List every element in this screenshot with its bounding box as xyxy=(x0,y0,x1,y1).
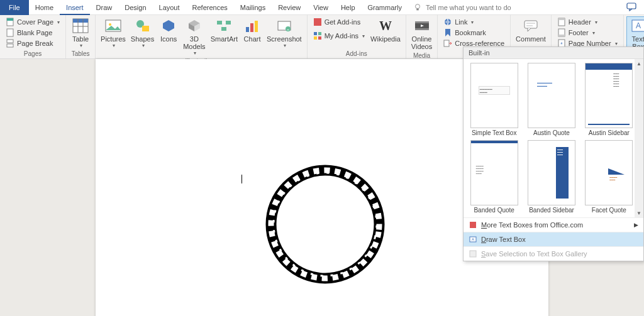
dropdown-section-builtin: Built-in xyxy=(464,47,643,59)
draw-text-box-item[interactable]: A Draw Text Box xyxy=(464,232,643,246)
shapes-button[interactable]: Shapes▾ xyxy=(128,16,157,50)
video-icon xyxy=(413,18,431,34)
footer-icon xyxy=(557,28,566,37)
svg-rect-4 xyxy=(7,18,13,21)
get-addins-button[interactable]: Get Add-ins xyxy=(311,17,367,27)
group-media: Online Videos Media xyxy=(406,15,438,58)
wikipedia-label: Wikipedia xyxy=(370,35,401,43)
bookmark-icon xyxy=(443,28,452,37)
office-icon xyxy=(469,221,477,229)
tab-help[interactable]: Help xyxy=(335,0,362,15)
store-icon xyxy=(313,18,322,26)
chevron-down-icon: ▾ xyxy=(284,43,286,48)
online-videos-button[interactable]: Online Videos xyxy=(409,16,435,52)
chevron-down-icon: ▾ xyxy=(142,43,145,48)
gallery-scrollbar[interactable]: ▲ ▼ xyxy=(635,59,643,217)
gallery-item-austin-sidebar[interactable]: ▬▬▬▬▬▬▬▬▬▬▬▬▬▬▬▬▬▬ Austin Sidebar xyxy=(584,63,635,136)
cover-page-button[interactable]: Cover Page▾ xyxy=(4,17,62,27)
tab-view[interactable]: View xyxy=(307,0,335,15)
more-text-boxes-label: More Text Boxes from Office.com xyxy=(481,221,583,229)
pictures-label: Pictures xyxy=(101,35,126,43)
svg-rect-36 xyxy=(444,40,449,46)
decorative-circle-shape[interactable] xyxy=(265,165,385,285)
icons-button[interactable]: Icons xyxy=(157,16,180,44)
get-addins-label: Get Add-ins xyxy=(325,18,360,26)
footer-button[interactable]: Footer▾ xyxy=(555,28,619,38)
svg-rect-17 xyxy=(217,21,222,25)
tab-layout[interactable]: Layout xyxy=(153,0,186,15)
link-button[interactable]: Link▾ xyxy=(441,17,506,27)
page-break-button[interactable]: Page Break xyxy=(4,38,62,48)
tab-grammarly[interactable]: Grammarly xyxy=(362,0,408,15)
tab-insert[interactable]: Insert xyxy=(60,0,90,15)
lightbulb-icon xyxy=(413,3,422,12)
save-selection-item: Save Selection to Text Box Gallery xyxy=(464,246,643,261)
gallery-item-simple-text-box[interactable]: ▬▬▬▬▬▬▬▬ Simple Text Box xyxy=(469,63,519,136)
svg-text:A: A xyxy=(636,21,641,30)
chart-icon xyxy=(243,18,261,34)
tab-file[interactable]: File xyxy=(0,0,29,15)
text-box-gallery: ▬▬▬▬▬▬▬▬ Simple Text Box ▬▬▬▬▬▬▬▬▬▬ Aust… xyxy=(464,59,643,217)
3d-models-button[interactable]: 3D Models▾ xyxy=(180,16,208,57)
smartart-label: SmartArt xyxy=(211,35,238,43)
tab-home[interactable]: Home xyxy=(29,0,60,15)
my-addins-label: My Add-ins xyxy=(325,32,358,40)
table-button[interactable]: Table▾ xyxy=(69,16,92,50)
svg-rect-30 xyxy=(314,36,317,40)
svg-rect-33 xyxy=(415,21,429,23)
chart-button[interactable]: Chart xyxy=(240,16,264,44)
group-tables: Table▾ Tables xyxy=(66,15,96,58)
shapes-icon xyxy=(134,18,152,34)
chevron-down-icon: ▾ xyxy=(595,19,597,25)
smartart-button[interactable]: SmartArt xyxy=(208,16,240,44)
svg-rect-41 xyxy=(558,18,565,20)
gallery-item-banded-quote[interactable]: ▬▬▬▬▬▬▬▬▬▬▬▬▬▬▬ Banded Quote xyxy=(469,140,519,214)
bookmark-button[interactable]: Bookmark xyxy=(441,28,506,38)
link-label: Link xyxy=(455,18,467,26)
page-break-icon xyxy=(6,39,14,48)
more-text-boxes-item[interactable]: More Text Boxes from Office.com ▶ xyxy=(464,217,643,232)
svg-rect-1 xyxy=(416,8,419,10)
smartart-icon xyxy=(215,18,233,34)
tab-references[interactable]: References xyxy=(186,0,234,15)
svg-rect-34 xyxy=(415,28,429,30)
comment-button[interactable]: Comment xyxy=(513,16,548,44)
svg-rect-7 xyxy=(7,44,13,47)
gallery-label: Austin Quote xyxy=(533,129,570,136)
svg-rect-28 xyxy=(314,32,317,35)
feedback-icon[interactable] xyxy=(626,3,636,13)
scroll-down-icon[interactable]: ▼ xyxy=(635,209,643,217)
ribbon-tabs: File Home Insert Draw Design Layout Refe… xyxy=(0,0,644,15)
wikipedia-button[interactable]: WWikipedia xyxy=(368,16,403,44)
3d-models-icon xyxy=(186,18,203,34)
svg-rect-43 xyxy=(558,35,565,36)
table-label: Table xyxy=(72,35,89,43)
tab-mailings[interactable]: Mailings xyxy=(234,0,272,15)
gallery-item-banded-sidebar[interactable]: ▬▬▬▬▬▬▬▬▬ Banded Sidebar xyxy=(526,140,577,214)
tab-design[interactable]: Design xyxy=(118,0,152,15)
blank-page-button[interactable]: Blank Page xyxy=(4,28,62,38)
my-addins-button[interactable]: My Add-ins▾ xyxy=(311,31,367,41)
header-button[interactable]: Header▾ xyxy=(555,17,619,27)
tab-review[interactable]: Review xyxy=(272,0,307,15)
pictures-button[interactable]: Pictures▾ xyxy=(98,16,128,50)
scroll-up-icon[interactable]: ▲ xyxy=(635,59,643,68)
tell-me-search[interactable]: Tell me what you want to do xyxy=(413,3,511,12)
chevron-down-icon: ▾ xyxy=(592,30,595,36)
draw-text-box-icon: A xyxy=(469,235,477,244)
chevron-down-icon: ▾ xyxy=(471,19,474,25)
svg-point-14 xyxy=(109,23,111,26)
chevron-down-icon: ▾ xyxy=(80,43,82,48)
svg-text:+: + xyxy=(287,28,289,31)
svg-rect-9 xyxy=(73,19,88,23)
gallery-item-facet-quote[interactable]: ▬▬▬▬▬▬▬ Facet Quote xyxy=(584,140,635,214)
gallery-item-austin-quote[interactable]: ▬▬▬▬▬▬▬▬▬▬ Austin Quote xyxy=(526,63,577,136)
svg-text:#: # xyxy=(560,41,562,45)
screenshot-button[interactable]: +Screenshot▾ xyxy=(264,16,304,50)
gallery-label: Facet Quote xyxy=(592,207,626,214)
pictures-icon xyxy=(104,18,122,34)
group-pages: Cover Page▾ Blank Page Page Break Pages xyxy=(0,15,66,58)
my-addins-icon xyxy=(313,31,322,40)
tab-draw[interactable]: Draw xyxy=(90,0,119,15)
svg-rect-29 xyxy=(318,32,321,35)
